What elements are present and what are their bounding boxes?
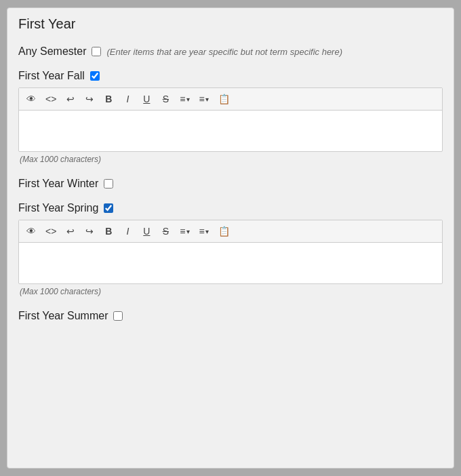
first-year-spring-checkbox[interactable] (104, 203, 113, 213)
fall-ol-btn[interactable]: ≡▾ (196, 91, 212, 107)
first-year-summer-section: First Year Summer (18, 310, 443, 322)
first-year-winter-label-row: First Year Winter (18, 178, 443, 190)
fall-editor-body[interactable] (19, 111, 442, 151)
fall-strikethrough-btn[interactable]: S (157, 91, 174, 107)
spring-paste-btn[interactable]: 📋 (215, 223, 233, 239)
spring-max-chars: (Max 1000 characters) (18, 284, 443, 298)
any-semester-checkbox[interactable] (92, 47, 101, 56)
spring-underline-btn[interactable]: U (138, 223, 155, 239)
first-year-summer-label: First Year Summer (18, 310, 108, 322)
spring-ol-btn[interactable]: ≡▾ (196, 223, 212, 239)
first-year-spring-label: First Year Spring (18, 202, 98, 214)
first-year-spring-section: First Year Spring 👁 <> ↩ ↪ B I U S ≡▾ ≡▾… (18, 202, 443, 298)
any-semester-note: (Enter items that are year specific but … (106, 47, 342, 57)
fall-underline-btn[interactable]: U (138, 91, 155, 107)
first-year-fall-toolbar: 👁 <> ↩ ↪ B I U S ≡▾ ≡▾ 📋 (19, 88, 442, 111)
fall-undo-btn[interactable]: ↩ (62, 91, 79, 107)
spring-bold-btn[interactable]: B (100, 223, 117, 239)
fall-code-btn[interactable]: <> (42, 91, 60, 107)
fall-italic-btn[interactable]: I (119, 91, 136, 107)
first-year-spring-editor: 👁 <> ↩ ↪ B I U S ≡▾ ≡▾ 📋 (18, 220, 443, 284)
fall-preview-btn[interactable]: 👁 (23, 91, 39, 107)
first-year-summer-label-row: First Year Summer (18, 310, 443, 322)
fall-redo-btn[interactable]: ↪ (81, 91, 98, 107)
spring-redo-btn[interactable]: ↪ (81, 223, 98, 239)
spring-ul-btn[interactable]: ≡▾ (176, 223, 193, 239)
any-semester-label: Any Semester (18, 45, 86, 58)
spring-editor-body[interactable] (19, 243, 442, 283)
first-year-fall-label-row: First Year Fall (18, 70, 443, 82)
spring-preview-btn[interactable]: 👁 (23, 223, 39, 239)
first-year-fall-section: First Year Fall 👁 <> ↩ ↪ B I U S ≡▾ ≡▾ 📋… (18, 70, 443, 165)
first-year-fall-label: First Year Fall (18, 70, 85, 82)
page-title: First Year (18, 16, 443, 32)
fall-ul-btn[interactable]: ≡▾ (176, 91, 193, 107)
first-year-winter-checkbox[interactable] (104, 179, 113, 189)
first-year-spring-label-row: First Year Spring (18, 202, 443, 214)
any-semester-section: Any Semester (Enter items that are year … (18, 45, 443, 58)
first-year-card: First Year Any Semester (Enter items tha… (7, 7, 454, 469)
spring-undo-btn[interactable]: ↩ (62, 223, 79, 239)
first-year-winter-section: First Year Winter (18, 178, 443, 190)
fall-paste-btn[interactable]: 📋 (215, 91, 233, 107)
first-year-winter-label: First Year Winter (18, 178, 98, 190)
fall-max-chars: (Max 1000 characters) (18, 152, 443, 165)
spring-italic-btn[interactable]: I (119, 223, 136, 239)
fall-bold-btn[interactable]: B (100, 91, 117, 107)
spring-strikethrough-btn[interactable]: S (157, 223, 174, 239)
first-year-fall-editor: 👁 <> ↩ ↪ B I U S ≡▾ ≡▾ 📋 (18, 87, 443, 152)
first-year-spring-toolbar: 👁 <> ↩ ↪ B I U S ≡▾ ≡▾ 📋 (19, 220, 442, 243)
any-semester-label-row: Any Semester (Enter items that are year … (18, 45, 443, 58)
spring-code-btn[interactable]: <> (42, 223, 60, 239)
first-year-summer-checkbox[interactable] (113, 311, 123, 321)
first-year-fall-checkbox[interactable] (90, 71, 100, 81)
